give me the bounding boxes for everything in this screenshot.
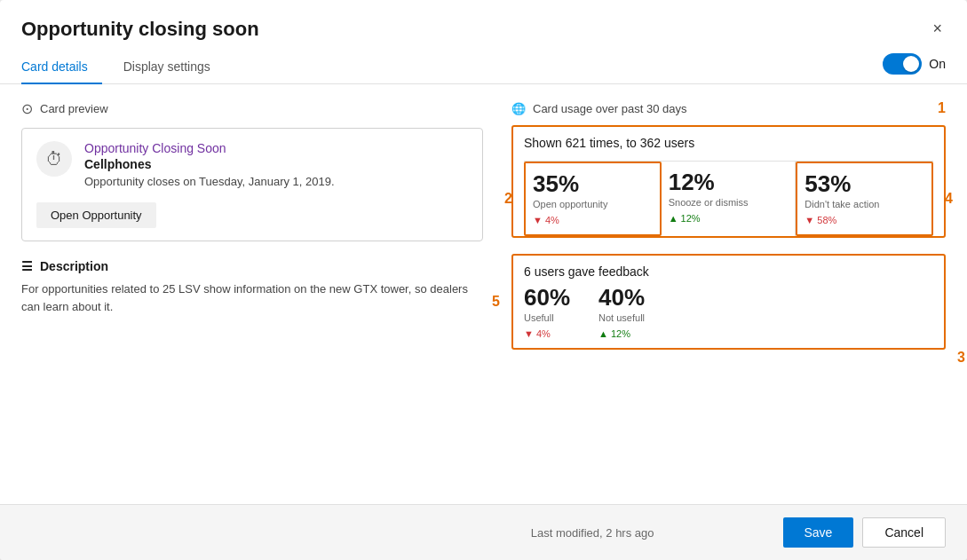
feedback-box: 6 users gave feedback 60% Usefull ▼ 4% 4… [511,254,946,350]
feedback-pct-2: 40% [598,286,645,309]
usage-label: 🌐 Card usage over past 30 days [511,102,686,115]
annotation-5: 5 [492,294,500,310]
tab-bar: Card details Display settings On [0,51,967,84]
card-entity: Cellphones [84,157,335,171]
stat-pct-2: 12% [669,170,789,193]
display-toggle[interactable] [883,53,922,75]
feedback-stat-1: 60% Usefull ▼ 4% [524,286,570,339]
usage-area: Shown 621 times, to 362 users 2 35% Open… [511,125,946,350]
toggle-label: On [929,57,946,71]
modal-container: Opportunity closing soon × Card details … [0,0,967,560]
feedback-delta-1: ▼ 4% [524,328,570,339]
stat-cell-2: 12% Snooze or dismiss ▲ 12% [662,162,797,236]
feedback-area: 5 6 users gave feedback 60% Usefull ▼ 4%… [511,254,946,350]
stat-sublabel-1: Open opportunity [533,199,653,209]
tab-card-details[interactable]: Card details [21,51,102,84]
open-opportunity-button[interactable]: Open Opportunity [36,202,156,228]
annotation-1: 1 [938,100,946,116]
feedback-stats: 60% Usefull ▼ 4% 40% Not usefull ▲ 12% [524,286,933,339]
description-text: For opportunities related to 25 LSV show… [21,280,483,315]
tab-display-settings[interactable]: Display settings [123,51,225,84]
feedback-pct-1: 60% [524,286,570,309]
annotation-2: 2 [504,191,512,207]
left-panel: ⊙ Card preview ⏱ Opportunity Closing Soo… [21,100,483,495]
stat-delta-2: ▲ 12% [669,213,789,224]
card-timer-icon: ⏱ [36,141,72,177]
card-description: Opportunity closes on Tuesday, January 1… [84,175,335,188]
stat-delta-3: ▼ 58% [805,215,924,225]
card-opportunity-title: Opportunity Closing Soon [84,141,335,155]
tabs-left: Card details Display settings [21,51,246,83]
modal-title: Opportunity closing soon [21,18,259,41]
feedback-delta-2: ▲ 12% [598,328,645,339]
description-icon: ☰ [21,259,33,273]
stat-pct-1: 35% [533,172,653,195]
stats-row: 2 35% Open opportunity ▼ 4% 12% Snooze o… [524,161,933,236]
annotation-3: 3 [957,350,965,366]
modal-body: ⊙ Card preview ⏱ Opportunity Closing Soo… [0,84,967,504]
stat-sublabel-3: Didn't take action [805,199,924,209]
stat-sublabel-2: Snooze or dismiss [669,197,789,208]
cancel-button[interactable]: Cancel [862,517,946,548]
stat-delta-1: ▼ 4% [533,215,653,225]
stat-cell-1: 35% Open opportunity ▼ 4% [524,162,662,236]
feedback-stat-2: 40% Not usefull ▲ 12% [598,286,645,339]
feedback-title: 6 users gave feedback [524,264,933,279]
usage-header: 🌐 Card usage over past 30 days 1 [511,100,946,116]
right-panel: 🌐 Card usage over past 30 days 1 Shown 6… [511,100,946,495]
annotation-4: 4 [945,191,953,207]
description-label: ☰ Description [21,259,483,273]
usage-icon: 🌐 [511,102,526,115]
card-preview-label: ⊙ Card preview [21,100,483,117]
card-preview-inner: ⏱ Opportunity Closing Soon Cellphones Op… [36,141,468,188]
footer-actions: Save Cancel [783,517,947,548]
card-preview-box: ⏱ Opportunity Closing Soon Cellphones Op… [21,128,483,241]
feedback-sublabel-1: Usefull [524,312,570,323]
save-button[interactable]: Save [783,517,854,548]
stat-cell-3: 53% Didn't take action ▼ 58% [796,162,933,236]
stat-pct-3: 53% [805,172,924,195]
usage-top-box: Shown 621 times, to 362 users 2 35% Open… [511,125,946,238]
modal-header: Opportunity closing soon × [0,0,967,42]
description-section: ☰ Description For opportunities related … [21,259,483,315]
tabs-right: On [883,53,946,82]
modal-footer: Last modified, 2 hrs ago Save Cancel [0,504,967,560]
preview-icon: ⊙ [21,100,33,117]
feedback-sublabel-2: Not usefull [598,312,645,323]
card-text-block: Opportunity Closing Soon Cellphones Oppo… [84,141,335,188]
footer-modified: Last modified, 2 hrs ago [402,526,783,540]
shown-label: Shown 621 times, to 362 users [524,136,933,154]
close-button[interactable]: × [929,16,946,42]
